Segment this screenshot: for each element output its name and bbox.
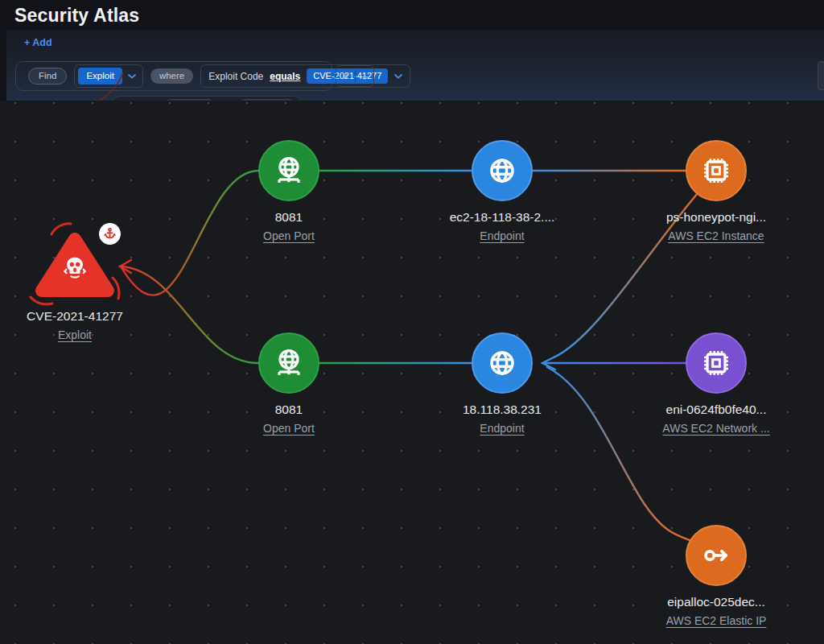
remove-rule-button[interactable]: ✕: [339, 72, 353, 81]
graph-canvas[interactable]: CVE-2021-41277 Exploit 8081 Open Port: [0, 101, 824, 644]
query-toolbar: + Add Find Exploit where Exploit Code eq…: [6, 31, 824, 101]
chevron-down-icon[interactable]: [394, 74, 402, 79]
condition-operator[interactable]: equals: [270, 71, 300, 82]
node-type-link[interactable]: Endpoint: [480, 422, 524, 435]
node-circle[interactable]: [686, 525, 747, 586]
app-window: Security Atlas + Add Find Exploit where …: [0, 0, 824, 644]
chip-icon: [700, 347, 732, 379]
rule-actions: ✕ +: [336, 65, 374, 87]
node-network-interface[interactable]: eni-0624fb0fe40... AWS EC2 Network ...: [628, 332, 805, 435]
condition-field[interactable]: Exploit Code: [208, 71, 263, 82]
node-type-link[interactable]: Exploit: [58, 328, 92, 341]
globe-icon: [486, 347, 518, 379]
node-open-port-top[interactable]: 8081 Open Port: [200, 140, 377, 242]
node-label: eni-0624fb0fe40...: [666, 402, 767, 417]
node-circle[interactable]: [686, 332, 747, 394]
entity-select[interactable]: Exploit: [74, 64, 143, 89]
node-type-link[interactable]: Endpoint: [480, 229, 524, 242]
where-label: where: [150, 68, 193, 85]
node-circle[interactable]: [472, 140, 533, 201]
key-arrow-icon: [700, 539, 732, 572]
node-circle[interactable]: [686, 140, 747, 201]
panel-edge-element: [818, 61, 824, 90]
node-endpoint-bottom[interactable]: 18.118.38.231 Endpoint: [414, 332, 591, 435]
globe-network-icon: [273, 347, 305, 379]
entity-value[interactable]: Exploit: [78, 68, 122, 85]
node-ec2-instance[interactable]: ps-honeypot-ngi... AWS EC2 Instance: [628, 140, 805, 242]
find-button[interactable]: Find: [28, 68, 67, 85]
add-query-button[interactable]: + Add: [24, 37, 52, 48]
chevron-down-icon[interactable]: [128, 74, 136, 79]
node-type-link[interactable]: AWS EC2 Network ...: [662, 422, 769, 435]
divider: [355, 70, 356, 82]
node-label: 18.118.38.231: [463, 402, 542, 417]
anchor-icon: [103, 227, 117, 241]
add-rule-button[interactable]: +: [358, 70, 372, 82]
chip-icon: [700, 155, 732, 187]
node-label: 8081: [275, 402, 303, 417]
node-label: 8081: [275, 210, 303, 225]
title-bar: Security Atlas: [0, 0, 824, 31]
globe-icon: [486, 155, 518, 187]
node-label: CVE-2021-41277: [27, 309, 123, 324]
node-circle[interactable]: [258, 332, 319, 394]
node-type-link[interactable]: AWS EC2 Instance: [668, 229, 764, 242]
query-rule-group: Find Exploit where Exploit Code equals C…: [15, 61, 332, 91]
node-endpoint-top[interactable]: ec2-18-118-38-2.... Endpoint: [414, 140, 591, 242]
globe-network-icon: [273, 155, 305, 187]
anchor-badge: [99, 223, 121, 245]
node-cve-2021-41277[interactable]: CVE-2021-41277 Exploit: [0, 221, 163, 341]
condition-group: Exploit Code equals CVE-2021-41277: [200, 64, 410, 88]
node-elastic-ip[interactable]: eipalloc-025dec... AWS EC2 Elastic IP: [628, 525, 805, 627]
node-type-link[interactable]: Open Port: [263, 229, 315, 242]
node-type-link[interactable]: Open Port: [263, 422, 315, 435]
node-type-link[interactable]: AWS EC2 Elastic IP: [666, 614, 767, 627]
page-title: Security Atlas: [0, 0, 824, 27]
node-circle[interactable]: [258, 140, 319, 201]
node-label: ec2-18-118-38-2....: [450, 210, 555, 225]
node-label: eipalloc-025dec...: [667, 595, 765, 609]
node-label: ps-honeypot-ngi...: [666, 210, 766, 225]
node-circle[interactable]: [472, 332, 533, 394]
node-open-port-bottom[interactable]: 8081 Open Port: [200, 332, 377, 435]
